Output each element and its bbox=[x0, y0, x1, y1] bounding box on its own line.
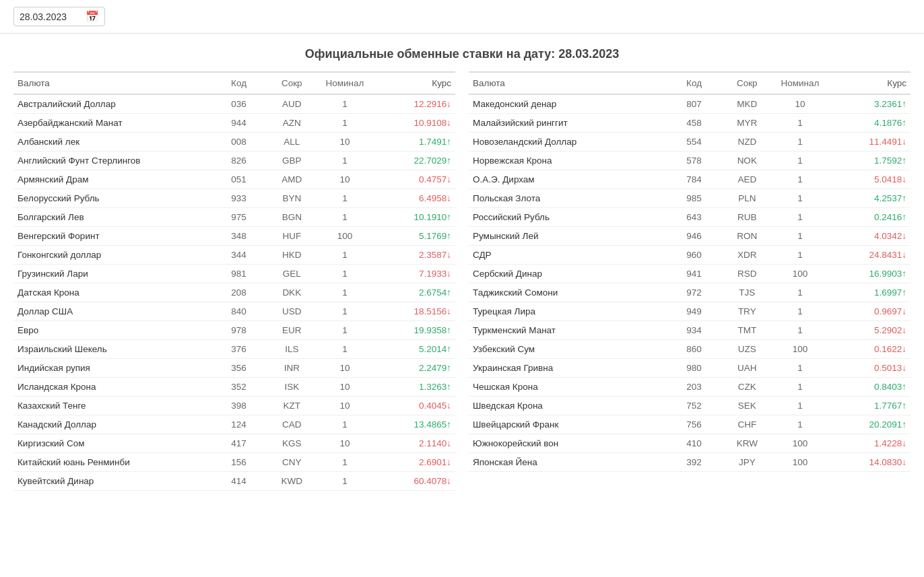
currency-abbr: UZS bbox=[721, 340, 774, 359]
currency-abbr: GEL bbox=[265, 265, 319, 283]
currency-code: 376 bbox=[212, 340, 265, 359]
left-table-container: Валюта Код Сокр Номинал Курс Австралийск… bbox=[13, 71, 455, 491]
currency-rate: 2.3587↓ bbox=[371, 246, 455, 265]
table-row: Шведская Крона 752 SEK 1 1.7767↑ bbox=[469, 397, 911, 415]
currency-name: Таджикский Сомони bbox=[469, 283, 667, 302]
currency-nominal: 1 bbox=[319, 151, 372, 170]
currency-name: Российский Рубль bbox=[469, 208, 667, 227]
currency-rate: 5.2902↓ bbox=[826, 321, 911, 340]
currency-nominal: 10 bbox=[319, 133, 372, 151]
currency-nominal: 1 bbox=[774, 114, 827, 133]
table-row: Австралийский Доллар 036 AUD 1 12.2916↓ bbox=[13, 94, 455, 114]
currency-nominal: 1 bbox=[774, 170, 827, 189]
right-header-rate: Курс bbox=[826, 72, 911, 94]
currency-code: 933 bbox=[212, 189, 265, 208]
currency-abbr: NOK bbox=[721, 151, 774, 170]
currency-name: Румынский Лей bbox=[469, 227, 667, 246]
tables-wrapper: Валюта Код Сокр Номинал Курс Австралийск… bbox=[0, 71, 924, 504]
currency-nominal: 1 bbox=[319, 265, 372, 283]
currency-code: 784 bbox=[667, 170, 721, 189]
left-header-abbr: Сокр bbox=[265, 72, 319, 94]
currency-name: Сербский Динар bbox=[469, 265, 667, 283]
right-header-abbr: Сокр bbox=[721, 72, 774, 94]
currency-rate: 11.4491↓ bbox=[826, 133, 911, 151]
currency-nominal: 1 bbox=[774, 189, 827, 208]
currency-nominal: 1 bbox=[774, 283, 827, 302]
currency-abbr: KGS bbox=[265, 434, 319, 453]
left-table-header-row: Валюта Код Сокр Номинал Курс bbox=[13, 72, 455, 94]
currency-nominal: 10 bbox=[319, 378, 372, 397]
table-row: Исландская Крона 352 ISK 10 1.3263↑ bbox=[13, 378, 455, 397]
currency-rate: 1.6997↑ bbox=[826, 283, 911, 302]
currency-nominal: 1 bbox=[319, 94, 372, 114]
currency-abbr: INR bbox=[265, 359, 319, 378]
currency-name: Японская Йена bbox=[469, 453, 667, 472]
table-row: Малайзийский ринггит 458 MYR 1 4.1876↑ bbox=[469, 114, 911, 133]
table-row: Киргизский Сом 417 KGS 10 2.1140↓ bbox=[13, 434, 455, 453]
currency-name: Казахский Тенге bbox=[13, 397, 212, 415]
table-row: Евро 978 EUR 1 19.9358↑ bbox=[13, 321, 455, 340]
currency-rate: 19.9358↑ bbox=[371, 321, 455, 340]
currency-abbr: HKD bbox=[265, 246, 319, 265]
currency-nominal: 100 bbox=[774, 453, 827, 472]
currency-rate: 2.6901↓ bbox=[371, 453, 455, 472]
currency-code: 960 bbox=[667, 246, 721, 265]
currency-code: 352 bbox=[212, 378, 265, 397]
currency-abbr: JPY bbox=[721, 453, 774, 472]
currency-code: 417 bbox=[212, 434, 265, 453]
date-input[interactable] bbox=[20, 11, 80, 22]
currency-name: Южнокорейский вон bbox=[469, 434, 667, 453]
currency-abbr: XDR bbox=[721, 246, 774, 265]
right-header-nominal: Номинал bbox=[774, 72, 827, 94]
currency-name: Узбекский Сум bbox=[469, 340, 667, 359]
table-row: Канадский Доллар 124 CAD 1 13.4865↑ bbox=[13, 415, 455, 434]
currency-code: 458 bbox=[667, 114, 721, 133]
currency-rate: 4.1876↑ bbox=[826, 114, 911, 133]
currency-code: 975 bbox=[212, 208, 265, 227]
currency-rate: 2.1140↓ bbox=[371, 434, 455, 453]
currency-name: Доллар США bbox=[13, 302, 212, 321]
currency-rate: 22.7029↑ bbox=[371, 151, 455, 170]
currency-nominal: 1 bbox=[774, 133, 827, 151]
currency-code: 124 bbox=[212, 415, 265, 434]
calendar-icon[interactable]: 📅 bbox=[86, 10, 99, 23]
right-table: Валюта Код Сокр Номинал Курс Македонский… bbox=[469, 71, 911, 472]
table-row: Румынский Лей 946 RON 1 4.0342↓ bbox=[469, 227, 911, 246]
currency-nominal: 1 bbox=[319, 246, 372, 265]
currency-code: 972 bbox=[667, 283, 721, 302]
currency-rate: 10.9108↓ bbox=[371, 114, 455, 133]
currency-nominal: 1 bbox=[774, 227, 827, 246]
currency-nominal: 100 bbox=[774, 434, 827, 453]
currency-abbr: UAH bbox=[721, 359, 774, 378]
currency-code: 756 bbox=[667, 415, 721, 434]
currency-abbr: ILS bbox=[265, 340, 319, 359]
currency-code: 356 bbox=[212, 359, 265, 378]
currency-abbr: TJS bbox=[721, 283, 774, 302]
currency-name: Киргизский Сом bbox=[13, 434, 212, 453]
currency-name: Болгарский Лев bbox=[13, 208, 212, 227]
currency-nominal: 100 bbox=[774, 265, 827, 283]
currency-abbr: CHF bbox=[721, 415, 774, 434]
currency-nominal: 1 bbox=[319, 302, 372, 321]
currency-rate: 7.1933↓ bbox=[371, 265, 455, 283]
table-row: Таджикский Сомони 972 TJS 1 1.6997↑ bbox=[469, 283, 911, 302]
currency-code: 944 bbox=[212, 114, 265, 133]
currency-rate: 60.4078↓ bbox=[371, 472, 455, 491]
currency-abbr: BGN bbox=[265, 208, 319, 227]
currency-nominal: 1 bbox=[319, 208, 372, 227]
date-input-wrapper[interactable]: 📅 bbox=[13, 7, 105, 26]
table-row: Польская Злота 985 PLN 1 4.2537↑ bbox=[469, 189, 911, 208]
currency-nominal: 100 bbox=[774, 340, 827, 359]
currency-nominal: 1 bbox=[774, 302, 827, 321]
left-header-code: Код bbox=[212, 72, 265, 94]
currency-name: Шведская Крона bbox=[469, 397, 667, 415]
table-row: Японская Йена 392 JPY 100 14.0830↓ bbox=[469, 453, 911, 472]
currency-name: О.А.Э. Дирхам bbox=[469, 170, 667, 189]
currency-name: Израильский Шекель bbox=[13, 340, 212, 359]
currency-abbr: AUD bbox=[265, 94, 319, 114]
currency-rate: 6.4958↓ bbox=[371, 189, 455, 208]
currency-code: 981 bbox=[212, 265, 265, 283]
currency-nominal: 10 bbox=[319, 359, 372, 378]
currency-nominal: 1 bbox=[319, 340, 372, 359]
currency-abbr: AZN bbox=[265, 114, 319, 133]
